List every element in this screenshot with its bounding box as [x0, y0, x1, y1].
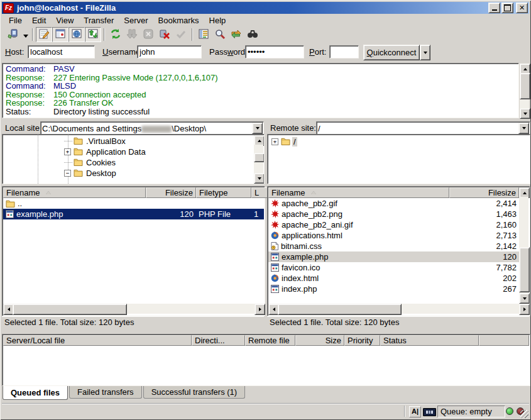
- remote-file-list[interactable]: FilenameFilesize apache_pb2.gif2,414apac…: [267, 186, 530, 316]
- remote-header-filesize[interactable]: Filesize: [449, 187, 519, 198]
- queue-header-size[interactable]: Size: [295, 335, 344, 346]
- toggle-remote-tree-button[interactable]: [68, 27, 85, 42]
- tree-guide-line: [38, 135, 38, 184]
- menu-item-help[interactable]: Help: [204, 14, 231, 26]
- file-row-apache-pb2-gif[interactable]: apache_pb2.gif2,414: [268, 198, 519, 209]
- toolbar-separator: [32, 28, 33, 41]
- find-files-button[interactable]: [212, 27, 228, 42]
- local-horizontal-scrollbar[interactable]: [3, 304, 264, 314]
- local-tree-scrollbar[interactable]: [254, 135, 263, 182]
- file-row-example-php[interactable]: example.php120PHP File1: [3, 209, 264, 219]
- menu-item-bookmarks[interactable]: Bookmarks: [153, 14, 204, 26]
- file-row-apache-pb2-png[interactable]: apache_pb2.png1,463: [268, 209, 519, 219]
- refresh-button[interactable]: [107, 27, 124, 42]
- tab-queued-files[interactable]: Queued files: [3, 386, 68, 400]
- file-row-favicon-ico[interactable]: favicon.ico7,782: [268, 262, 519, 273]
- filter-button[interactable]: [244, 27, 261, 42]
- directory-comparison-button[interactable]: [195, 27, 212, 42]
- site-manager-button[interactable]: [5, 27, 21, 42]
- file-row-apache-pb2-ani-gif[interactable]: apache_pb2_ani.gif2,160: [268, 219, 519, 230]
- scrollbar-right-button[interactable]: [255, 304, 265, 315]
- expand-plus-icon[interactable]: +: [64, 148, 71, 155]
- collapse-minus-icon[interactable]: −: [64, 170, 71, 177]
- queue-header-server-local-file[interactable]: Server/Local file: [3, 335, 192, 346]
- scrollbar-right-button[interactable]: [519, 304, 530, 315]
- expand-plus-icon[interactable]: +: [271, 138, 278, 145]
- menu-item-transfer[interactable]: Transfer: [79, 14, 119, 26]
- queue-tabs: Queued filesFailed transfersSuccessful t…: [3, 386, 246, 400]
- scrollbar-down-button[interactable]: [519, 293, 530, 304]
- remote-header-filename[interactable]: Filename: [268, 187, 449, 198]
- local-site-combobox[interactable]: C:\Documents and Settings\Desktop\: [40, 121, 264, 135]
- cancel-icon: [143, 28, 154, 41]
- queue-header-empty[interactable]: [479, 335, 529, 346]
- remote-horizontal-scrollbar[interactable]: [268, 304, 528, 314]
- local-directory-tree[interactable]: .VirtualBox+Application DataCookies−Desk…: [2, 134, 265, 184]
- local-file-list[interactable]: FilenameFilesizeFiletypeL ..example.php1…: [2, 186, 265, 316]
- menu-item-file[interactable]: File: [4, 14, 27, 26]
- scrollbar-down-button[interactable]: [520, 108, 530, 119]
- local-site-dropdown-button[interactable]: [252, 123, 263, 134]
- title-bar[interactable]: Fz john@localhost - FileZilla ✕: [2, 2, 529, 14]
- tab-failed-transfers[interactable]: Failed transfers: [69, 386, 142, 399]
- disconnect-button[interactable]: [156, 27, 173, 42]
- local-header-filesize[interactable]: Filesize: [146, 187, 196, 198]
- message-log-scrollbar[interactable]: [520, 64, 529, 118]
- file-row-index-php[interactable]: index.php267: [268, 284, 519, 294]
- menu-item-edit[interactable]: Edit: [27, 14, 51, 26]
- password-input[interactable]: [245, 45, 304, 58]
- tree-item-desktop[interactable]: −Desktop: [64, 168, 118, 179]
- log-line-text: Directory listing successful: [53, 108, 150, 116]
- remote-site-combobox[interactable]: /: [316, 121, 530, 135]
- remote-site-dropdown-button[interactable]: [518, 123, 529, 134]
- tree-item-virtualbox[interactable]: .VirtualBox: [64, 136, 127, 146]
- queue-header-directi[interactable]: Directi...: [192, 335, 245, 346]
- remote-directory-tree[interactable]: +/: [267, 134, 530, 184]
- port-input[interactable]: [329, 45, 359, 58]
- local-header-filename[interactable]: Filename: [3, 187, 146, 198]
- tree-item-[interactable]: +/: [271, 136, 297, 147]
- toggle-message-log-button[interactable]: [36, 27, 52, 42]
- transfer-queue-panel[interactable]: Server/Local fileDirecti...Remote fileSi…: [2, 334, 530, 386]
- synchronized-browsing-icon: [231, 28, 242, 41]
- resize-grip[interactable]: [520, 410, 528, 418]
- file-row-applications-html[interactable]: applications.html2,713: [268, 230, 519, 241]
- scrollbar-down-button[interactable]: [254, 173, 265, 184]
- file-row-[interactable]: ..: [3, 198, 264, 209]
- file-row-bitnami-css[interactable]: bitnami.css2,142: [268, 241, 519, 251]
- minimize-button[interactable]: [488, 3, 500, 13]
- username-input[interactable]: [137, 45, 202, 58]
- scrollbar-thumb[interactable]: [13, 304, 127, 315]
- file-row-index-html[interactable]: index.html202: [268, 273, 519, 284]
- scrollbar-thumb[interactable]: [278, 304, 402, 315]
- scrollbar-thumb[interactable]: [520, 73, 530, 99]
- file-row-example-php[interactable]: example.php120: [268, 251, 519, 262]
- local-header-filetype[interactable]: Filetype: [196, 187, 251, 198]
- quickconnect-dropdown-button[interactable]: [420, 45, 430, 60]
- tab-successful-transfers-1[interactable]: Successful transfers (1): [143, 386, 246, 399]
- tree-item-cookies[interactable]: Cookies: [64, 157, 117, 168]
- toggle-transfer-queue-button[interactable]: [85, 27, 101, 42]
- menu-item-server[interactable]: Server: [119, 14, 153, 26]
- speed-limit-icon[interactable]: [423, 408, 436, 416]
- tree-item-application-data[interactable]: +Application Data: [64, 146, 147, 157]
- queue-header-remote-file[interactable]: Remote file: [245, 335, 295, 346]
- cancel-operation-button[interactable]: [140, 27, 156, 42]
- name-text: example.php: [282, 252, 328, 262]
- synchronized-browsing-button[interactable]: [228, 27, 244, 42]
- site-manager-dropdown-button[interactable]: [21, 28, 30, 41]
- scrollbar-thumb[interactable]: [254, 153, 265, 162]
- close-button[interactable]: ✕: [516, 3, 528, 13]
- reconnect-button[interactable]: [173, 27, 189, 42]
- queue-header-status[interactable]: Status: [380, 335, 479, 346]
- toggle-local-tree-button[interactable]: [52, 27, 68, 42]
- queue-header-priority[interactable]: Priority: [344, 335, 380, 346]
- maximize-button[interactable]: [501, 3, 513, 13]
- quickconnect-button[interactable]: Quickconnect: [363, 45, 420, 60]
- process-queue-button[interactable]: [124, 27, 140, 42]
- scrollbar-thumb[interactable]: [519, 247, 530, 292]
- menu-item-view[interactable]: View: [51, 14, 79, 26]
- data-type-ascii-icon[interactable]: A|: [409, 406, 421, 417]
- host-input[interactable]: [28, 45, 95, 58]
- remote-vertical-scrollbar[interactable]: [519, 187, 528, 302]
